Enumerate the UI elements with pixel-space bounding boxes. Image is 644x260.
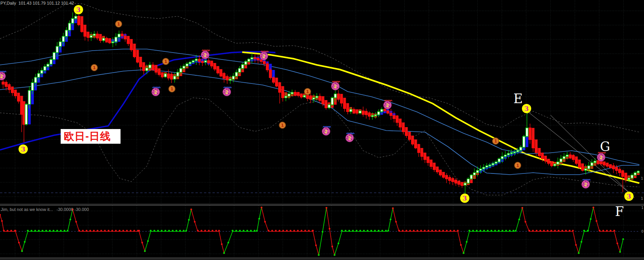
semafor3-marker[interactable]: 3 [19, 144, 28, 154]
semafor1-marker[interactable]: 1 [279, 122, 286, 129]
oscillator-dot [165, 230, 167, 232]
candle-bear [362, 111, 364, 112]
candle-bear [87, 36, 89, 37]
oscillator-dot [67, 230, 69, 232]
oscillator-dot [49, 230, 51, 232]
oscillator-dot [286, 230, 288, 232]
oscillator-slope [573, 231, 579, 253]
candle-bull [186, 64, 188, 66]
semafor1-marker[interactable]: 1 [169, 86, 175, 92]
annotation-letter-F: F [615, 204, 624, 219]
candle-bull [381, 109, 383, 112]
rose-marker-low[interactable]: 2 [223, 87, 232, 96]
rose-marker-low[interactable]: 2 [322, 126, 331, 136]
rose-digit: 2 [386, 103, 389, 108]
candle-bear [625, 177, 627, 180]
candle-bear [325, 104, 327, 108]
candle-bear [269, 70, 272, 78]
candle-bull [204, 61, 207, 62]
candle-bull [75, 16, 77, 19]
oscillator-dot [18, 242, 20, 244]
semafor1-digit: 1 [164, 59, 167, 64]
candle-bear [399, 122, 401, 127]
candle-bear [279, 86, 281, 92]
candle-bull [563, 156, 565, 159]
oscillator-dot [435, 230, 437, 232]
candle-bull [285, 96, 287, 98]
candle-bear [275, 82, 278, 86]
oscillator-slope [614, 231, 620, 252]
candle-bull [41, 70, 43, 73]
candle-bull [313, 98, 315, 99]
oscillator-dot [261, 207, 263, 209]
oscillator-dot [587, 230, 589, 232]
candle-bear [343, 103, 346, 109]
candle-bull [350, 109, 352, 112]
oscillator-slope [620, 239, 623, 252]
oscillator-dot [38, 230, 40, 232]
semafor1-marker[interactable]: 1 [515, 162, 521, 169]
candle-bear [105, 38, 108, 41]
oscillator-dot [378, 230, 380, 232]
oscillator-dot [21, 250, 23, 252]
semafor3-marker[interactable]: 3 [522, 104, 531, 113]
rose-marker-low[interactable]: 2 [152, 87, 161, 96]
oscillator-dot [34, 230, 36, 232]
candle-bear [263, 61, 265, 64]
oscillator-dot [590, 218, 592, 220]
candle-bear [11, 90, 14, 93]
candle-bull [118, 34, 120, 37]
semafor1-marker[interactable]: 1 [91, 65, 98, 71]
candle-bear [254, 58, 256, 59]
oscillator-dot [370, 230, 372, 232]
semafor3-marker[interactable]: 3 [74, 5, 83, 14]
scale-tick-label: 1 [641, 206, 644, 210]
candle-bear [387, 111, 389, 113]
oscillator-slope [73, 209, 79, 231]
semafor3-marker[interactable]: 3 [460, 194, 469, 203]
oscillator-dot [457, 230, 459, 232]
rose-digit: 2 [584, 182, 587, 187]
candle-bear [340, 98, 343, 103]
candle-bear [418, 148, 420, 153]
semafor1-marker[interactable]: 1 [304, 88, 311, 95]
candle-bear [612, 167, 615, 169]
candle-bear [538, 153, 540, 156]
oscillator-dot [150, 230, 152, 232]
oscillator-dot [513, 230, 515, 232]
candle-bull [523, 136, 525, 147]
candle-bear [445, 177, 448, 179]
oscillator-dot [115, 230, 117, 232]
oscillator-dot [348, 230, 350, 232]
oscillator-dot [223, 252, 225, 254]
oscillator-dot [398, 230, 400, 232]
candle-bear [139, 62, 142, 67]
semafor1-marker[interactable]: 1 [163, 58, 169, 65]
rose-marker-low[interactable]: 2 [582, 179, 591, 189]
candle-bear [217, 69, 219, 73]
candle-bear [130, 44, 133, 50]
oscillator-dot [424, 230, 426, 232]
candle-bull [68, 23, 71, 30]
rose-dot [583, 185, 584, 186]
rose-marker-high[interactable]: 2 [384, 100, 393, 109]
candle-bear [8, 87, 10, 90]
candle-bear [294, 92, 296, 94]
candle-bear [603, 163, 605, 165]
semafor1-marker[interactable]: 1 [116, 21, 122, 27]
candle-bull [591, 163, 593, 166]
candle-bear [353, 109, 355, 112]
rose-digit: 2 [225, 90, 228, 95]
oscillator-dot [24, 241, 26, 243]
semafor3-marker[interactable]: 3 [624, 192, 634, 201]
rose-marker-high[interactable]: 2 [331, 81, 340, 90]
semafor1-marker[interactable]: 1 [493, 138, 499, 144]
oscillator-dot [315, 245, 317, 246]
oscillator-dot [501, 230, 503, 232]
rose-marker-low[interactable]: 2 [0, 71, 6, 80]
rose-marker-low[interactable]: 2 [346, 133, 355, 142]
candle-bull [489, 165, 491, 166]
oscillator-dot [581, 241, 583, 243]
oscillator-dot [147, 240, 149, 242]
oscillator-dot [64, 230, 66, 232]
